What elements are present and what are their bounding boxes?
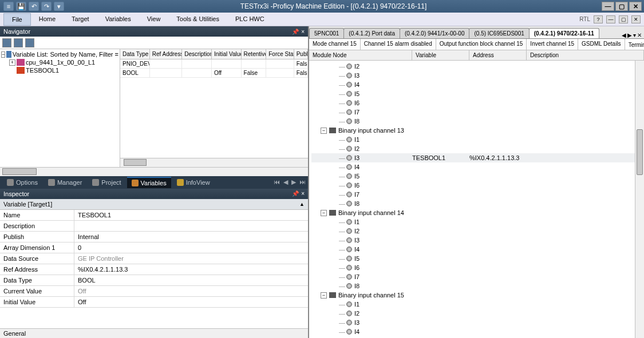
io-point-row[interactable]: —I6 (311, 181, 642, 190)
io-point-row[interactable]: —I5 (311, 89, 642, 98)
io-point-row[interactable]: —I3 (311, 318, 642, 327)
nav-tool-2-icon[interactable] (14, 38, 23, 47)
tab-nav-prev-icon[interactable]: ◀ (283, 178, 288, 186)
io-point-row[interactable]: —I1 (311, 135, 642, 144)
minimize-button[interactable]: — (602, 2, 614, 11)
col-variable[interactable]: Variable (412, 50, 469, 60)
col-initialvalue[interactable]: Initial Value (212, 49, 242, 59)
tab-scroll-left-icon[interactable]: ◀ (622, 32, 626, 38)
tab-variables[interactable]: Variables (127, 177, 171, 188)
tab-project[interactable]: Project (88, 177, 125, 188)
mdi-max-icon[interactable]: ▢ (619, 15, 628, 23)
qat-dropdown-icon[interactable]: ▾ (54, 2, 64, 11)
col-address[interactable]: Address (469, 50, 527, 60)
inspector-value[interactable]: GE IP Controller (74, 253, 308, 264)
mdi-min-icon[interactable]: — (606, 15, 615, 23)
inspector-row[interactable]: Current ValueOff (0, 286, 308, 297)
io-point-row[interactable]: —I3 (311, 71, 642, 80)
menu-plchwc[interactable]: PLC HWC (227, 13, 272, 26)
io-point-row[interactable]: —I4 (311, 80, 642, 89)
maximize-button[interactable]: ▢ (615, 2, 628, 11)
io-point-row[interactable]: —I7 (311, 272, 642, 281)
channel-group-row[interactable]: −Binary input channel 13 (311, 126, 642, 135)
io-point-row[interactable]: —I2 (311, 226, 642, 236)
io-point-row[interactable]: —I7 (311, 108, 642, 117)
collapse-icon[interactable]: − (321, 128, 327, 134)
tab-options[interactable]: Options (2, 177, 42, 188)
sub-tab[interactable]: Output function block channel 15 (436, 39, 527, 50)
grid-row[interactable]: BOOLOffFalseFalse (120, 69, 308, 78)
inspector-pin-icon[interactable]: 📌 (292, 190, 299, 197)
io-point-row[interactable]: —I5 (311, 172, 642, 181)
expand-icon[interactable]: + (9, 59, 15, 66)
doc-tab[interactable]: (0.4.1.2) Port data (343, 28, 400, 38)
qat-redo-icon[interactable]: ↷ (41, 2, 52, 11)
tab-scroll-right-icon[interactable]: ▶ (627, 32, 632, 38)
inspector-value[interactable]: %IX0.4.2.1.1.13.3 (74, 264, 308, 275)
help-button[interactable]: ? (594, 15, 603, 23)
col-forcestate[interactable]: Force State (266, 49, 294, 59)
menu-home[interactable]: Home (31, 13, 64, 26)
io-point-row[interactable]: —I6 (311, 98, 642, 108)
col-retentive[interactable]: Retentive (242, 49, 267, 59)
collapse-icon[interactable]: − (321, 210, 327, 216)
mdi-close-icon[interactable]: ✕ (631, 15, 641, 23)
io-point-row[interactable]: —I4 (311, 245, 642, 254)
tab-menu-icon[interactable]: ▾ (633, 32, 636, 38)
tree-hscroll[interactable] (0, 167, 308, 176)
inspector-value[interactable] (74, 221, 308, 231)
sub-tab[interactable]: Invert channel 15 (527, 39, 578, 50)
io-point-row[interactable]: —I3 (311, 236, 642, 245)
io-point-row[interactable]: —I8 (311, 117, 642, 126)
qat-undo-icon[interactable]: ↶ (29, 2, 39, 11)
inspector-row[interactable]: Data TypeBOOL (0, 275, 308, 286)
tree-node-tesbool[interactable]: TESBOOL1 (1, 66, 118, 74)
col-description[interactable]: Description (527, 50, 644, 60)
menu-file[interactable]: File (3, 13, 31, 26)
navigator-close-icon[interactable]: × (301, 29, 305, 35)
col-publ[interactable]: Publ (294, 49, 308, 59)
io-point-row[interactable]: —I2 (311, 144, 642, 153)
inspector-row[interactable]: Data SourceGE IP Controller (0, 253, 308, 264)
sub-tab[interactable]: Channel 15 alarm disabled (361, 39, 436, 50)
tree-root-node[interactable]: − Variable List: Sorted by Name, Filter … (1, 50, 118, 58)
col-module-node[interactable]: Module Node (309, 50, 412, 60)
tab-nav-first-icon[interactable]: ⏮ (274, 178, 280, 186)
navigator-tree[interactable]: − Variable List: Sorted by Name, Filter … (0, 49, 120, 167)
collapse-icon[interactable]: − (321, 292, 327, 299)
tab-nav-last-icon[interactable]: ⏭ (299, 178, 306, 186)
inspector-value[interactable]: BOOL (74, 275, 308, 285)
nav-tool-3-icon[interactable] (25, 38, 34, 47)
io-point-row[interactable]: —I7 (311, 190, 642, 199)
navigator-pin-icon[interactable]: 📌 (292, 29, 299, 35)
io-point-row[interactable]: —I1 (311, 217, 642, 226)
io-point-row[interactable]: —I2 (311, 309, 642, 318)
grid-hscroll[interactable] (120, 158, 308, 167)
io-point-row[interactable]: —I5 (311, 254, 642, 263)
inspector-scroll-up-icon[interactable]: ▲ (299, 201, 305, 207)
inspector-row[interactable]: PublishInternal (0, 232, 308, 242)
io-point-row[interactable]: —I6 (311, 263, 642, 272)
tab-nav-next-icon[interactable]: ▶ (291, 178, 296, 186)
module-tree[interactable]: —I2—I3—I4—I5—I6—I7—I8−Binary input chann… (309, 61, 644, 338)
menu-view[interactable]: View (139, 13, 169, 26)
inspector-value[interactable]: TESBOOL1 (74, 210, 308, 220)
inspector-close-icon[interactable]: × (301, 190, 305, 197)
io-point-row[interactable]: —I4 (311, 327, 642, 336)
tree-node-cpu[interactable]: + cpu_9441_1x_00_00_L1 (1, 58, 118, 66)
menu-variables[interactable]: Variables (97, 13, 139, 26)
inspector-value[interactable]: Off (74, 297, 308, 307)
tab-manager[interactable]: Manager (44, 177, 86, 188)
sub-tab[interactable]: GSDML Details (578, 39, 625, 50)
qat-save-icon[interactable]: 💾 (16, 2, 26, 11)
nav-tool-1-icon[interactable] (2, 38, 11, 47)
collapse-icon[interactable]: − (1, 51, 5, 58)
inspector-row[interactable]: Array Dimension 10 (0, 242, 308, 253)
io-point-row[interactable]: —I1 (311, 300, 642, 309)
inspector-row[interactable]: Description (0, 221, 308, 232)
col-datatype[interactable]: Data Type (120, 49, 150, 59)
inspector-row[interactable]: NameTESBOOL1 (0, 210, 308, 221)
inspector-value[interactable]: 0 (74, 242, 308, 253)
inspector-value[interactable]: Internal (74, 232, 308, 242)
tab-infoview[interactable]: InfoView (172, 177, 215, 188)
